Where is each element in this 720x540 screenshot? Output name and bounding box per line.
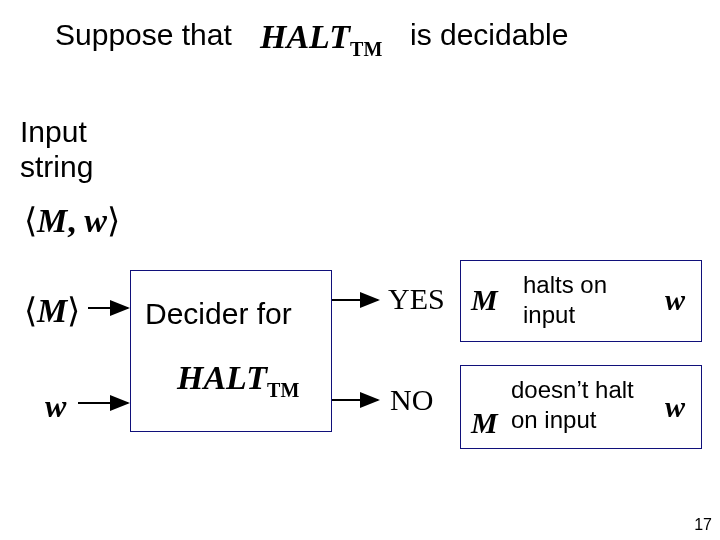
no-line1: doesn’t halt xyxy=(511,376,634,404)
yes-line1: halts on xyxy=(523,271,607,299)
yes-w: w xyxy=(665,283,685,317)
yes-box: M halts on input w xyxy=(460,260,702,342)
no-label: NO xyxy=(390,383,433,417)
page-number: 17 xyxy=(694,516,712,534)
no-w: w xyxy=(665,390,685,424)
yes-label: YES xyxy=(388,282,445,316)
no-line2: on input xyxy=(511,406,596,434)
no-M: M xyxy=(471,406,498,440)
decider-box: Decider for HALTTM xyxy=(130,270,332,432)
no-box: M doesn’t halt on input w xyxy=(460,365,702,449)
yes-line2: input xyxy=(523,301,575,329)
decider-line1: Decider for xyxy=(145,297,292,330)
decider-halt: HALTTM xyxy=(177,359,299,402)
yes-M: M xyxy=(471,283,498,317)
decider-halt-sub: TM xyxy=(267,379,299,401)
decider-halt-word: HALT xyxy=(177,359,267,396)
